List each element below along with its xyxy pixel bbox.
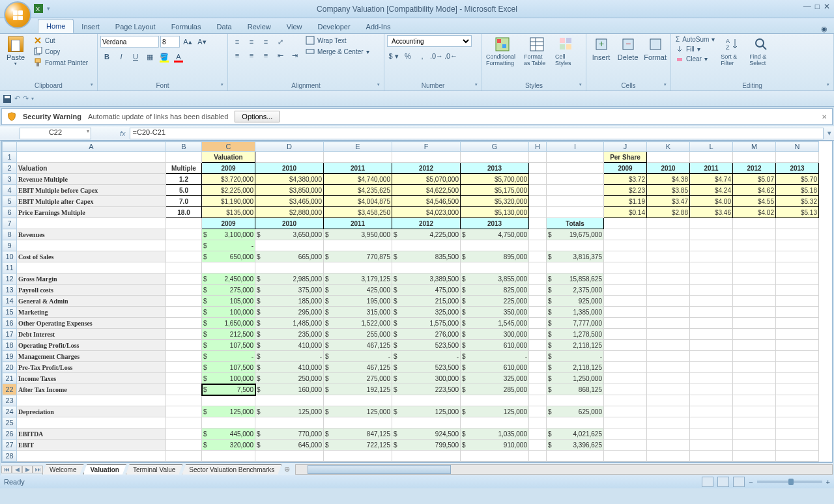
security-options-button[interactable]: Options... (235, 111, 280, 122)
security-close-button[interactable]: ✕ (822, 113, 827, 120)
sort-filter-button[interactable]: AZSort & Filter (719, 35, 745, 68)
delete-cells-button[interactable]: −Delete (616, 35, 640, 63)
merge-center-button[interactable]: Merge & Center ▾ (304, 46, 371, 57)
cell-styles-button[interactable]: Cell Styles (554, 35, 579, 68)
align-left-button[interactable]: ≡ (231, 49, 244, 62)
zoom-out-button[interactable]: − (749, 478, 753, 486)
svg-text:X: X (36, 5, 40, 12)
tab-nav-prev[interactable]: ◀ (12, 466, 22, 473)
office-button[interactable] (4, 1, 31, 29)
find-select-button[interactable]: Find & Select (748, 35, 774, 68)
paste-button[interactable]: Paste▾ (3, 35, 29, 68)
font-color-button[interactable]: A (172, 50, 185, 63)
spreadsheet-grid[interactable]: ABCDEFGHIJKLMN1ValuationPer Share2Valuat… (1, 141, 833, 462)
format-as-table-button[interactable]: Format as Table (523, 35, 551, 68)
help-icon[interactable]: ◉ (821, 25, 827, 33)
qat-dropdown-icon[interactable]: ▾ (47, 5, 50, 12)
name-box[interactable]: C22 (20, 128, 91, 139)
increase-decimal-button[interactable]: .0→ (430, 49, 443, 63)
format-painter-button[interactable]: Format Painter (31, 57, 90, 68)
tab-page-layout[interactable]: Page Layout (108, 20, 164, 33)
view-normal-button[interactable] (702, 477, 713, 487)
insert-icon: + (594, 36, 609, 52)
comma-button[interactable]: , (416, 49, 429, 63)
qat2-dropdown[interactable]: ▾ (31, 96, 34, 102)
maximize-button[interactable]: □ (815, 2, 820, 11)
insert-sheet-icon[interactable]: ⊕ (284, 465, 290, 473)
eraser-icon (676, 55, 683, 63)
minimize-button[interactable]: — (803, 2, 811, 11)
border-button[interactable]: ▦ (143, 50, 156, 63)
fill-color-button[interactable]: 🪣 (158, 50, 171, 63)
view-layout-button[interactable] (717, 477, 729, 487)
align-bottom-button[interactable]: ≡ (259, 35, 272, 48)
svg-rect-6 (306, 36, 314, 44)
tab-formulas[interactable]: Formulas (164, 20, 209, 33)
increase-indent-button[interactable]: ⇥ (288, 49, 301, 62)
copy-button[interactable]: Copy (31, 46, 90, 57)
font-size-combo[interactable] (160, 36, 180, 48)
sheet-tab-terminal[interactable]: Terminal Value (126, 464, 182, 475)
view-break-button[interactable] (733, 477, 745, 487)
window-title: Company Valuation [Compatibility Mode] -… (0, 5, 834, 14)
fill-icon (676, 45, 683, 53)
percent-button[interactable]: % (401, 49, 414, 63)
tab-insert[interactable]: Insert (74, 20, 108, 33)
insert-cells-button[interactable]: +Insert (589, 35, 613, 63)
save-icon[interactable] (3, 94, 12, 104)
ribbon-tabs: Home Insert Page Layout Formulas Data Re… (0, 18, 834, 34)
formula-input[interactable]: =C20-C21 (130, 128, 824, 139)
svg-rect-30 (5, 96, 10, 98)
orientation-button[interactable]: ⤢ (274, 35, 287, 48)
svg-rect-9 (497, 39, 501, 43)
redo-icon[interactable]: ↷ (23, 94, 29, 103)
find-icon (753, 36, 769, 52)
zoom-slider[interactable] (757, 481, 822, 483)
tab-developer[interactable]: Developer (309, 20, 358, 33)
tab-data[interactable]: Data (208, 20, 239, 33)
underline-button[interactable]: U (129, 50, 142, 63)
sheet-tab-valuation[interactable]: Valuation (83, 464, 126, 475)
accounting-button[interactable]: $ ▾ (387, 49, 400, 63)
zoom-in-button[interactable]: + (826, 478, 830, 486)
align-top-button[interactable]: ≡ (231, 35, 244, 48)
cut-button[interactable]: Cut (31, 35, 90, 46)
format-cells-button[interactable]: Format (642, 35, 668, 63)
svg-text:−: − (626, 38, 631, 49)
autosum-button[interactable]: Σ AutoSum ▾ (674, 35, 717, 44)
formula-bar: C22 fx =C20-C21 ▾ (0, 126, 834, 141)
tab-nav-last[interactable]: ⏭ (33, 466, 43, 473)
shield-icon (7, 112, 16, 121)
font-name-combo[interactable] (100, 36, 159, 48)
tab-view[interactable]: View (279, 20, 310, 33)
security-title: Security Warning (23, 113, 81, 120)
number-format-combo[interactable]: Accounting (387, 35, 472, 47)
shrink-font-button[interactable]: A▾ (195, 35, 208, 48)
tab-nav-next[interactable]: ▶ (22, 466, 33, 473)
wrap-text-button[interactable]: Wrap Text (304, 35, 371, 46)
sheet-tab-welcome[interactable]: Welcome (42, 464, 84, 475)
sheet-tab-sector[interactable]: Sector Valuation Benchmarks (182, 464, 281, 475)
align-center-button[interactable]: ≡ (245, 49, 258, 62)
expand-formula-icon[interactable]: ▾ (827, 129, 831, 137)
tab-nav-first[interactable]: ⏮ (1, 466, 12, 473)
bold-button[interactable]: B (100, 50, 113, 63)
align-right-button[interactable]: ≡ (259, 49, 272, 62)
tab-home[interactable]: Home (38, 19, 74, 33)
svg-rect-18 (566, 44, 571, 49)
horizontal-scrollbar[interactable] (295, 464, 833, 475)
grow-font-button[interactable]: A▴ (181, 35, 194, 48)
format-icon (648, 36, 663, 52)
close-button[interactable]: ✕ (824, 2, 830, 11)
italic-button[interactable]: I (115, 50, 128, 63)
fx-icon[interactable]: fx (120, 130, 126, 137)
tab-review[interactable]: Review (240, 20, 279, 33)
align-middle-button[interactable]: ≡ (245, 35, 258, 48)
undo-icon[interactable]: ↶ (14, 94, 20, 103)
decrease-decimal-button[interactable]: .0← (444, 49, 457, 63)
conditional-formatting-button[interactable]: Conditional Formatting (485, 35, 520, 68)
decrease-indent-button[interactable]: ⇤ (274, 49, 287, 62)
tab-addins[interactable]: Add-Ins (358, 20, 399, 33)
clear-button[interactable]: Clear ▾ (674, 54, 717, 63)
fill-button[interactable]: Fill ▾ (674, 44, 717, 53)
